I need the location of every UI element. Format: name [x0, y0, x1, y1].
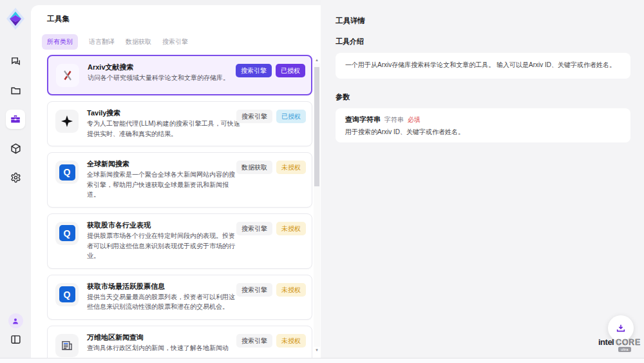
download-icon: [616, 323, 626, 333]
tools-panel-title: 工具集: [47, 14, 321, 24]
param-name: 查询字符串: [345, 115, 381, 124]
chat-icon: [10, 56, 21, 67]
sidebar-item-settings[interactable]: [6, 168, 25, 187]
tool-icon-box: [56, 64, 79, 87]
bottom-strip: [0, 358, 644, 363]
details-panel: 工具详情 工具介绍 一个用于从Arxiv存储库搜索科学论文和文章的工具。 输入可…: [321, 0, 644, 358]
panel-toggle-button[interactable]: [10, 334, 21, 348]
panel-toggle-icon: [10, 334, 21, 345]
tool-card[interactable]: 万维地区新闻查询查询具体行政区划内的新闻，快速了解各地新闻动搜索引擎未授权: [47, 326, 312, 358]
user-icon: [12, 317, 19, 325]
category-badge: 数据获取: [236, 161, 272, 174]
folder-icon: [10, 85, 21, 96]
tool-description: 专为人工智能代理 (LLM) 构建的搜索引擎工具，可快速提供实时、准确和真实的结…: [87, 119, 242, 139]
tool-title: 全球新闻搜索: [87, 159, 242, 168]
auth-badge: 未授权: [276, 161, 306, 174]
category-badge: 搜索引擎: [236, 334, 272, 348]
arxiv-logo-icon: [61, 69, 74, 82]
intel-core-logo: intel CORE: [598, 337, 641, 347]
tool-title: 万维地区新闻查询: [87, 333, 242, 342]
scrollbar-thumb[interactable]: [314, 67, 319, 186]
tool-title: 获取股市各行业表现: [87, 221, 242, 230]
news-app-icon: Q: [59, 164, 75, 181]
category-badge: 搜索引擎: [236, 110, 272, 123]
scrollbar-up-arrow[interactable]: ▲: [314, 57, 320, 63]
tool-card[interactable]: Q获取股市各行业表现提供股票市场各个行业在特定时间段内的表现。投资者可以利用这些…: [47, 213, 312, 269]
param-card: 查询字符串 字符串 必填 用于搜索的Arxiv ID、关键字或作者姓名。: [336, 108, 630, 142]
package-icon: [10, 143, 21, 154]
intro-card: 一个用于从Arxiv存储库搜索科学论文和文章的工具。 输入可以是Arxiv ID…: [336, 53, 630, 79]
param-required-badge: 必填: [408, 115, 421, 124]
category-badge: 搜索引擎: [236, 64, 272, 77]
tab-0[interactable]: 所有类别: [42, 34, 78, 50]
news-app-icon: Q: [59, 225, 75, 241]
tool-icon-box: Q: [55, 222, 79, 245]
sidebar-item-chat[interactable]: [6, 52, 25, 71]
user-avatar[interactable]: [8, 313, 23, 328]
tool-title: Arxiv文献搜索: [88, 63, 242, 72]
category-tabs: 所有类别语言翻译数据获取搜索引擎: [42, 34, 321, 50]
auth-badge: 已授权: [276, 110, 306, 123]
tool-card[interactable]: Q获取市场最活跃股票信息提供当天交易量最高的股票列表，投资者可以利用这些信息来识…: [47, 275, 312, 320]
tool-icon-box: [55, 110, 79, 133]
tool-description: 全球新闻搜索是一个聚合全球各大新闻网站内容的搜索引擎，帮助用户快速获取全球最新资…: [87, 170, 242, 200]
gear-icon: [10, 172, 21, 183]
newspaper-icon: [61, 339, 73, 352]
auth-badge: 未授权: [276, 334, 306, 348]
auth-badge: 未授权: [276, 283, 306, 297]
intel-ultra-badge: ultra: [618, 347, 631, 352]
category-badge: 搜索引擎: [236, 222, 272, 235]
tool-description: 查询具体行政区划内的新闻，快速了解各地新闻动: [87, 343, 242, 353]
sidebar-item-packages[interactable]: [6, 139, 25, 158]
briefcase-icon: [10, 113, 21, 125]
tool-description: 提供股票市场各个行业在特定时间段内的表现。投资者可以利用这些信息来识别表现优于或…: [87, 231, 242, 261]
details-title: 工具详情: [336, 16, 630, 26]
tool-card[interactable]: Arxiv文献搜索访问各个研究领域大量科学论文和文章的存储库。搜索引擎已授权: [47, 55, 312, 95]
param-description: 用于搜索的Arxiv ID、关键字或作者姓名。: [345, 128, 621, 137]
tab-2[interactable]: 数据获取: [126, 34, 151, 50]
sidebar-item-tools[interactable]: [6, 110, 25, 129]
tool-description: 提供当天交易量最高的股票列表，投资者可以利用这些信息来识别流动性强的股票和潜在的…: [87, 292, 242, 312]
scrollbar-down-arrow[interactable]: ▼: [314, 347, 320, 353]
intro-text: 一个用于从Arxiv存储库搜索科学论文和文章的工具。 输入可以是Arxiv ID…: [345, 61, 616, 68]
tool-cards-list: Arxiv文献搜索访问各个研究领域大量科学论文和文章的存储库。搜索引擎已授权Ta…: [47, 55, 312, 358]
params-heading: 参数: [336, 92, 630, 102]
tavily-logo-icon: [61, 115, 73, 128]
tool-card[interactable]: Q全球新闻搜索全球新闻搜索是一个聚合全球各大新闻网站内容的搜索引擎，帮助用户快速…: [47, 152, 312, 208]
tool-description: 访问各个研究领域大量科学论文和文章的存储库。: [88, 73, 242, 86]
tool-icon-box: Q: [55, 161, 79, 184]
tool-title: Tavily搜索: [87, 108, 242, 117]
auth-badge: 未授权: [276, 222, 306, 235]
news-app-icon: Q: [59, 286, 75, 302]
param-type: 字符串: [384, 115, 404, 124]
tab-3[interactable]: 搜索引擎: [162, 34, 188, 50]
sidebar-item-files[interactable]: [6, 81, 25, 100]
intro-heading: 工具介绍: [336, 37, 630, 46]
tool-icon-box: Q: [55, 283, 79, 306]
tool-card[interactable]: Tavily搜索专为人工智能代理 (LLM) 构建的搜索引擎工具，可快速提供实时…: [47, 101, 312, 146]
app-logo-icon: [6, 8, 24, 30]
tool-icon-box: [55, 334, 79, 357]
category-badge: 搜索引擎: [236, 283, 272, 297]
tools-panel: 工具集 所有类别语言翻译数据获取搜索引擎 Arxiv文献搜索访问各个研究领域大量…: [31, 5, 321, 358]
sidebar: [0, 0, 31, 363]
tab-1[interactable]: 语言翻译: [89, 34, 115, 50]
tool-title: 获取市场最活跃股票信息: [87, 282, 242, 291]
auth-badge: 已授权: [276, 64, 305, 77]
